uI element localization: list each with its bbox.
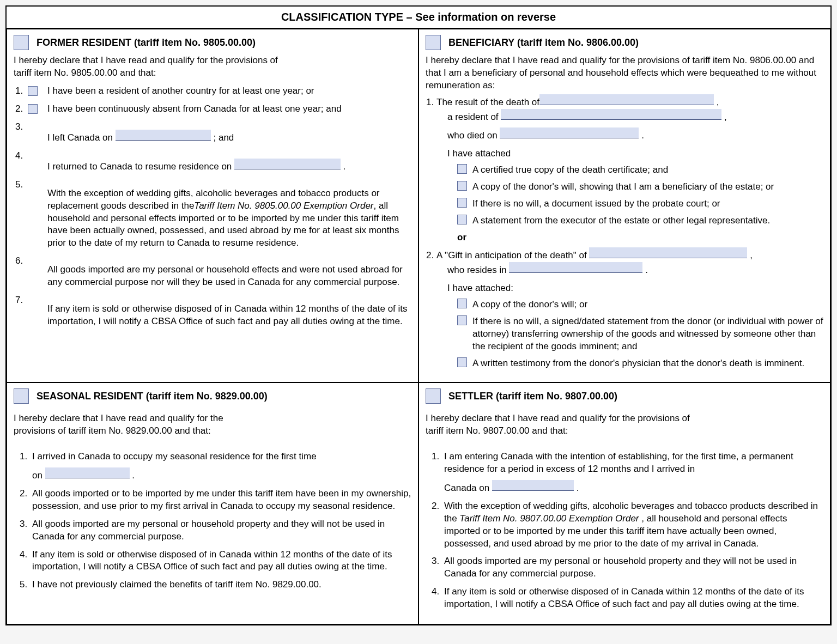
former-item5-text: With the exception of wedding gifts, alc… <box>47 187 411 250</box>
beneficiary-title: BENEFICIARY (tariff item No. 9806.00.00) <box>448 37 639 48</box>
left-canada-date-field[interactable] <box>116 130 211 141</box>
seasonal-intro: I hereby declare that I have read and qu… <box>14 412 253 438</box>
beneficiary-intro: I hereby declare that I have read and qu… <box>426 54 823 92</box>
seasonal-resident-checkbox[interactable] <box>14 388 29 404</box>
seasonal-item5: I have not previously claimed the benefi… <box>30 579 411 591</box>
former-item2-text: I have been continuously absent from Can… <box>47 103 411 116</box>
former-intro: I hereby declare that I have read and qu… <box>14 54 286 80</box>
former-resident-title: FORMER RESIDENT (tariff item No. 9805.00… <box>37 37 256 48</box>
settler-intro: I hereby declare that I have read and qu… <box>426 412 698 438</box>
death-of-field[interactable] <box>539 94 714 105</box>
settler-item1: I am entering Canada with the intention … <box>442 451 823 495</box>
seasonal-resident-title: SEASONAL RESIDENT (tariff item No. 9829.… <box>37 391 268 402</box>
returned-canada-date-field[interactable] <box>234 159 341 169</box>
probate-doc-text: If there is no will, a document issued b… <box>472 198 720 210</box>
physician-testimony-text: A written testimony from the donor's phy… <box>472 357 804 370</box>
settler-item2: With the exception of wedding gifts, alc… <box>442 500 823 550</box>
beneficiary-item1: The result of the death of , a resident … <box>436 94 823 244</box>
settler-item4: If any item is sold or otherwise dispose… <box>442 586 823 611</box>
seasonal-list: I arrived in Canada to occupy my seasona… <box>14 451 411 591</box>
former-item4-text: I returned to Canada to resume residence… <box>47 159 411 173</box>
donor-will2-checkbox[interactable] <box>457 299 467 308</box>
settler-section: SETTLER (tariff item No. 9807.00.00) I h… <box>418 382 830 624</box>
beneficiary-checkbox[interactable] <box>426 35 441 50</box>
signed-statement-text: If there is no will, a signed/dated stat… <box>472 315 823 353</box>
resident-of-field[interactable] <box>501 109 721 120</box>
former-resident-section: FORMER RESIDENT (tariff item No. 9805.00… <box>7 29 418 382</box>
former-list: I have been a resident of another countr… <box>14 85 411 328</box>
donor-will-checkbox[interactable] <box>457 181 467 191</box>
donor-will2-text: A copy of the donor's will; or <box>472 299 587 311</box>
former-item1-checkbox[interactable] <box>28 86 38 96</box>
former-item1-text: I have been a resident of another countr… <box>47 85 411 98</box>
death-cert-text: A certified true copy of the death certi… <box>472 164 668 177</box>
executor-statement-checkbox[interactable] <box>457 215 467 224</box>
probate-doc-checkbox[interactable] <box>457 198 467 208</box>
former-item6-text: All goods imported are my personal or ho… <box>47 264 411 289</box>
seasonal-item1: I arrived in Canada to occupy my seasona… <box>30 451 411 482</box>
gift-anticipation-field[interactable] <box>589 247 747 258</box>
physician-testimony-checkbox[interactable] <box>457 357 467 367</box>
attached-label-2: I have attached: <box>447 281 823 295</box>
executor-statement-text: A statement from the executor of the est… <box>472 215 770 227</box>
settler-title: SETTLER (tariff item No. 9807.00.00) <box>448 391 617 402</box>
seasonal-item3: All goods imported are my personal or ho… <box>30 518 411 543</box>
died-on-field[interactable] <box>500 127 639 138</box>
seasonal-resident-section: SEASONAL RESIDENT (tariff item No. 9829.… <box>7 382 418 624</box>
or-label: or <box>457 232 823 244</box>
attached-label-1: I have attached <box>447 146 823 161</box>
former-item2-checkbox[interactable] <box>28 104 38 114</box>
page-header: CLASSIFICATION TYPE – See information on… <box>7 7 830 29</box>
classification-grid: FORMER RESIDENT (tariff item No. 9805.00… <box>7 29 830 624</box>
beneficiary-item2: A "Gift in anticipation of the death" of… <box>436 247 823 370</box>
seasonal-arrival-date-field[interactable] <box>45 467 130 478</box>
former-item7-text: If any item is sold or otherwise dispose… <box>47 303 411 328</box>
resides-in-field[interactable] <box>509 262 642 273</box>
former-item3-text: I left Canada on ; and <box>47 130 411 144</box>
former-resident-checkbox[interactable] <box>14 35 29 50</box>
signed-statement-checkbox[interactable] <box>457 315 467 325</box>
settler-list: I am entering Canada with the intention … <box>426 451 823 611</box>
settler-arrival-date-field[interactable] <box>492 480 574 491</box>
beneficiary-section: BENEFICIARY (tariff item No. 9806.00.00)… <box>418 29 830 382</box>
settler-checkbox[interactable] <box>426 388 441 404</box>
seasonal-item2: All goods imported or to be imported by … <box>30 488 411 513</box>
donor-will-text: A copy of the donor's will, showing that… <box>472 181 774 193</box>
form-page: CLASSIFICATION TYPE – See information on… <box>5 5 832 625</box>
death-cert-checkbox[interactable] <box>457 164 467 174</box>
settler-item3: All goods imported are my personal or ho… <box>442 555 823 580</box>
seasonal-item4: If any item is sold or otherwise dispose… <box>30 549 411 574</box>
beneficiary-list: The result of the death of , a resident … <box>426 94 823 370</box>
